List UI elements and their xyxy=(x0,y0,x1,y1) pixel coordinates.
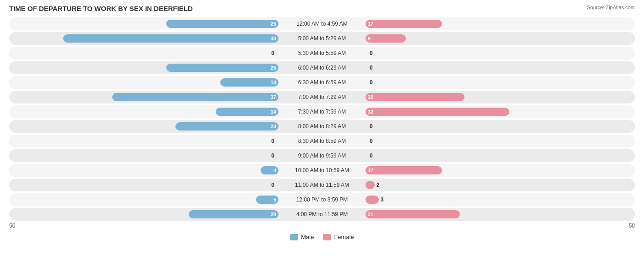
male-bar: 14 xyxy=(216,108,278,116)
male-bar-label: 37 xyxy=(271,94,276,100)
male-bar: 23 xyxy=(175,122,278,131)
bars-left-section: 37 xyxy=(9,93,278,101)
chart-row: 4 10:00 AM to 10:59 AM 17 xyxy=(9,164,635,177)
time-range-label: 8:00 AM to 8:29 AM xyxy=(278,123,366,130)
time-range-label: 4:00 PM to 11:59 PM xyxy=(278,211,366,218)
bars-left-section: 0 xyxy=(9,49,278,57)
female-zero: 0 xyxy=(370,123,382,130)
bars-right-section: 0 xyxy=(366,78,635,87)
female-bar: 17 xyxy=(366,20,442,28)
legend-male: Male xyxy=(290,234,314,240)
chart-title: TIME OF DEPARTURE TO WORK BY SEX IN DEER… xyxy=(9,5,193,12)
male-bar: 20 xyxy=(189,210,278,218)
male-bar-label: 4 xyxy=(273,168,276,173)
male-bar: 37 xyxy=(112,93,278,101)
female-zero: 0 xyxy=(370,65,382,71)
time-range-label: 12:00 PM to 3:59 PM xyxy=(278,196,366,203)
female-bar-label: 9 xyxy=(368,36,371,41)
male-bar: 13 xyxy=(220,78,278,87)
male-bar-label: 20 xyxy=(271,212,276,217)
male-bar: 4 xyxy=(261,166,278,174)
bars-right-section: 9 xyxy=(366,34,635,43)
female-zero: 0 xyxy=(370,138,382,144)
bars-left-section: 4 xyxy=(9,166,278,174)
female-bar-label: 32 xyxy=(368,109,373,114)
female-bar-label: 17 xyxy=(368,168,373,173)
time-range-label: 5:30 AM to 5:59 AM xyxy=(278,50,366,56)
female-bar-label: 17 xyxy=(368,21,373,27)
time-range-label: 6:30 AM to 6:59 AM xyxy=(278,79,366,86)
female-bar xyxy=(366,64,368,72)
female-bar xyxy=(366,152,368,160)
time-range-label: 10:00 AM to 10:59 AM xyxy=(278,167,366,174)
axis-right: 50 xyxy=(629,223,635,229)
time-range-label: 5:00 AM to 5:29 AM xyxy=(278,35,366,42)
time-range-label: 8:30 AM to 8:59 AM xyxy=(278,138,366,144)
male-bar-label: 5 xyxy=(273,197,276,202)
source-label: Source: ZipAtlas.com xyxy=(587,5,635,10)
bars-left-section: 20 xyxy=(9,210,278,218)
male-bar-label: 14 xyxy=(271,109,276,114)
chart-row: 48 5:00 AM to 5:29 AM 9 xyxy=(9,32,635,45)
bars-left-section: 14 xyxy=(9,108,278,116)
female-zero: 0 xyxy=(370,50,382,56)
bars-left-section: 5 xyxy=(9,196,278,204)
axis-left: 50 xyxy=(9,223,15,229)
bars-right-section: 21 xyxy=(366,210,635,218)
bars-left-section: 25 xyxy=(9,20,278,28)
chart-container: TIME OF DEPARTURE TO WORK BY SEX IN DEER… xyxy=(9,5,635,240)
bars-right-section: 0 xyxy=(366,122,635,131)
male-bar-label: 23 xyxy=(271,124,276,129)
bars-left-section: 0 xyxy=(9,152,278,160)
male-zero: 0 xyxy=(262,182,274,188)
male-bar: 25 xyxy=(166,64,278,72)
chart-row: 0 9:00 AM to 9:59 AM 0 xyxy=(9,149,635,162)
female-bar: 9 xyxy=(366,34,406,43)
time-range-label: 11:00 AM to 11:59 AM xyxy=(278,182,366,188)
male-legend-label: Male xyxy=(301,234,314,240)
chart-row: 37 7:00 AM to 7:29 AM 22 xyxy=(9,91,635,103)
time-range-label: 6:00 AM to 6:29 AM xyxy=(278,65,366,71)
female-bar: 32 xyxy=(366,108,509,116)
female-bar xyxy=(366,122,368,131)
bars-right-section: 0 xyxy=(366,64,635,72)
male-bar: 5 xyxy=(256,196,278,204)
male-bar-label: 25 xyxy=(271,65,276,71)
female-value: 3 xyxy=(381,196,393,203)
male-legend-box xyxy=(290,234,298,240)
chart-row: 25 12:00 AM to 4:59 AM 17 xyxy=(9,17,635,30)
bars-left-section: 25 xyxy=(9,64,278,72)
bars-right-section: 0 xyxy=(366,137,635,145)
legend-female: Female xyxy=(323,234,354,240)
female-bar-label: 22 xyxy=(368,94,373,100)
bars-right-section: 0 xyxy=(366,152,635,160)
chart-row: 0 11:00 AM to 11:59 AM 2 xyxy=(9,179,635,191)
chart-area: 25 12:00 AM to 4:59 AM 17 48 5:00 AM to … xyxy=(9,17,635,221)
female-bar-label: 21 xyxy=(368,212,373,217)
female-legend-label: Female xyxy=(334,234,354,240)
male-bar-label: 25 xyxy=(271,21,276,27)
female-legend-box xyxy=(323,234,331,240)
chart-row: 0 8:30 AM to 8:59 AM 0 xyxy=(9,135,635,147)
bars-right-section: 17 xyxy=(366,20,635,28)
male-zero: 0 xyxy=(262,50,274,56)
female-bar xyxy=(366,78,368,87)
bars-right-section: 22 xyxy=(366,93,635,101)
female-bar xyxy=(366,181,375,189)
chart-row: 13 6:30 AM to 6:59 AM 0 xyxy=(9,76,635,89)
female-bar: 22 xyxy=(366,93,464,101)
chart-row: 0 5:30 AM to 5:59 AM 0 xyxy=(9,47,635,60)
chart-row: 20 4:00 PM to 11:59 PM 21 xyxy=(9,208,635,221)
female-zero: 0 xyxy=(370,152,382,159)
time-range-label: 12:00 AM to 4:59 AM xyxy=(278,21,366,27)
male-bar-label: 13 xyxy=(271,80,276,85)
bars-left-section: 0 xyxy=(9,181,278,189)
chart-row: 23 8:00 AM to 8:29 AM 0 xyxy=(9,120,635,133)
chart-row: 5 12:00 PM to 3:59 PM 3 xyxy=(9,193,635,206)
chart-row: 14 7:30 AM to 7:59 AM 32 xyxy=(9,105,635,118)
female-value: 2 xyxy=(377,182,389,188)
female-zero: 0 xyxy=(370,79,382,86)
bars-left-section: 13 xyxy=(9,78,278,87)
axis-labels: 50 50 xyxy=(9,223,635,229)
male-zero: 0 xyxy=(262,152,274,159)
